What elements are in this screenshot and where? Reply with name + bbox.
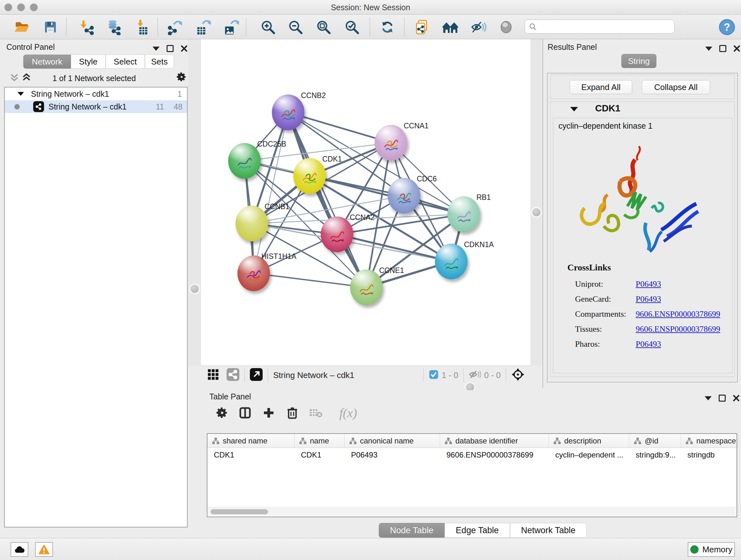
right-splitter[interactable] [530,39,542,366]
crosslink-link[interactable]: P06493 [636,279,661,289]
column-header-database-identifier[interactable]: database identifier [440,434,549,448]
selected-checkbox[interactable] [429,370,439,381]
show-all-button[interactable] [497,18,515,36]
table-cell[interactable]: stringdb [681,448,738,462]
zoom-selected-button[interactable] [343,18,361,36]
results-panel-close-icon[interactable] [733,45,740,52]
tab-network-table[interactable]: Network Table [510,523,587,538]
network-node-ccnb1[interactable] [235,206,268,241]
main-toolbar: ? [0,15,741,39]
tab-node-table[interactable]: Node Table [379,523,445,538]
export-network-button[interactable] [166,18,184,36]
search-input[interactable] [525,19,675,34]
toolbar-separator [404,18,405,37]
net-toolbar-separator [245,368,245,382]
column-header-namespace[interactable]: namespace [681,434,738,448]
table-cell[interactable]: cyclin–dependent ... [549,448,629,462]
table-panel-menu-button[interactable] [704,396,712,400]
crosslink-link[interactable]: P06493 [636,339,661,349]
hidden-toggle[interactable] [469,369,481,381]
memory-button[interactable]: Memory [688,542,735,557]
import-network-button[interactable] [77,18,95,36]
collapse-all-button[interactable]: Collapse All [642,80,710,94]
right-splitter-handle[interactable] [532,208,541,216]
control-panel-close-icon[interactable] [181,45,188,52]
crosslink-link[interactable]: P06493 [636,294,661,304]
help-button[interactable]: ? [718,18,736,36]
delete-column-button[interactable] [283,403,302,423]
table-cell[interactable]: 9606.ENSP00000378699 [440,448,549,462]
network-collection-row[interactable]: String Network – cdk1 1 [5,87,187,100]
table-data-row[interactable]: CDK1CDK1P064939606.ENSP00000378699cyclin… [207,448,737,462]
show-columns-button[interactable] [235,403,255,423]
warnings-button[interactable] [35,542,53,557]
detach-view-button[interactable] [250,368,263,382]
import-network-from-database-button[interactable] [105,18,122,36]
column-header-canonical-name[interactable]: canonical name [345,434,440,448]
column-header-name[interactable]: name [294,434,345,448]
table-export-icon [195,19,211,35]
export-table-button[interactable] [194,18,212,36]
column-type-icon [553,437,561,445]
grid-icon [207,369,219,380]
expand-all-button[interactable]: Expand All [569,80,632,94]
cloud-status-button[interactable] [10,542,28,557]
table-panel-close-icon[interactable] [733,395,740,401]
table-panel-float-button[interactable] [719,395,726,401]
table-cell[interactable]: CDK1 [294,448,345,462]
left-splitter[interactable] [188,39,201,366]
first-neighbors-button[interactable] [441,18,459,36]
column-header-label: shared name [223,436,267,445]
zoom-fit-button[interactable] [315,18,333,36]
table-header-row: shared namenamecanonical namedatabase id… [207,434,737,448]
network-nodes: CCNB2CCNA1CDC25BCDK1CDC6RB1CCNB1CCNA2CDK… [201,43,530,366]
network-overview-button[interactable] [226,368,239,382]
tab-select[interactable]: Select [106,55,145,69]
crosslinks-list: Uniprot:P06493GeneCard:P06493Compartment… [575,276,728,352]
zoom-out-button[interactable] [286,18,305,36]
table-settings-button[interactable] [212,403,232,423]
hide-selected-button[interactable] [469,18,487,36]
table-cell[interactable]: P06493 [345,448,440,462]
tab-edge-table[interactable]: Edge Table [445,523,510,538]
zoom-in-button[interactable] [259,18,277,36]
crosslink-link[interactable]: 9606.ENSP00000378699 [636,324,720,334]
memory-label: Memory [702,545,732,555]
column-header-description[interactable]: description [549,434,629,448]
import-table-button[interactable] [134,18,151,36]
gray-eye-icon [498,19,514,35]
export-image-button[interactable] [222,18,240,36]
column-header--id[interactable]: @id [629,434,681,448]
results-panel-menu-button[interactable] [705,47,712,51]
column-header-shared-name[interactable]: shared name [207,434,294,448]
network-panel-gear-button[interactable] [176,71,187,84]
save-session-button[interactable] [42,18,59,36]
network-canvas[interactable]: CCNB2CCNA1CDC25BCDK1CDC6RB1CCNB1CCNA2CDK… [201,39,530,366]
table-cell[interactable]: stringdb:9... [629,448,681,462]
crosslink-row: Uniprot:P06493 [575,276,728,292]
birdseye-toggle[interactable] [511,368,525,382]
network-row-selected[interactable]: String Network – cdk1 11 48 [5,100,187,113]
entry-collapse-icon[interactable] [570,107,578,111]
create-column-button[interactable] [259,403,278,423]
results-panel-float-button[interactable] [719,45,726,52]
control-panel-menu-button[interactable] [152,47,159,51]
tab-style[interactable]: Style [71,55,106,69]
apply-layout-button[interactable] [379,18,396,36]
left-splitter-handle[interactable] [191,285,199,293]
table-scrollbar-thumb[interactable] [211,509,268,514]
crosslink-link[interactable]: 9606.ENSP00000378699 [636,309,720,319]
node-label-ccne1: CCNE1 [379,266,404,275]
new-network-from-selection-button[interactable] [413,18,431,36]
tab-network[interactable]: Network [23,55,71,69]
table-cell[interactable]: CDK1 [207,448,294,462]
net-toolbar-separator [506,368,506,382]
tab-string[interactable]: String [621,54,657,68]
tree-expand-icon[interactable] [17,92,24,96]
control-panel-float-button[interactable] [166,45,174,52]
open-session-button[interactable] [13,18,30,36]
table-horizontal-scrollbar[interactable] [208,507,736,516]
grid-view-button[interactable] [207,369,219,381]
collection-name: String Network – cdk1 [31,89,109,99]
tab-sets[interactable]: Sets [145,55,174,69]
